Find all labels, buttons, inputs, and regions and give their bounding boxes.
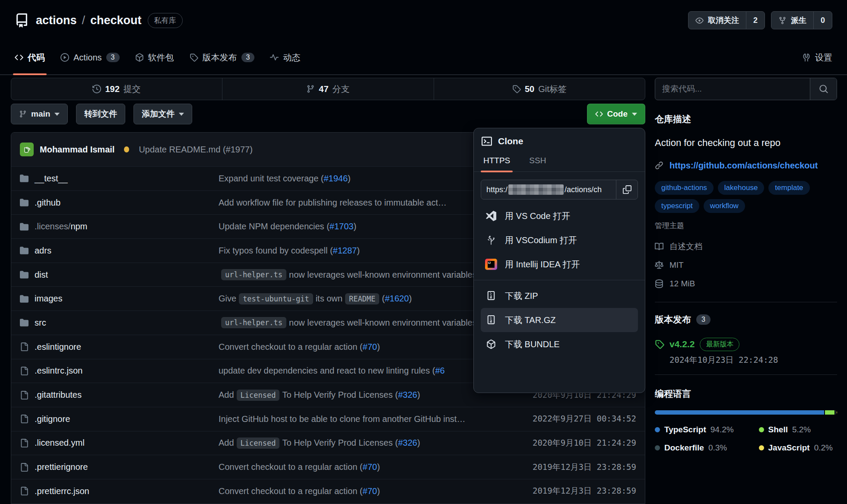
unwatch-button[interactable]: 取消关注 2 — [688, 11, 765, 29]
download-targz-item[interactable]: 下载 TAR.GZ — [481, 308, 638, 332]
table-row[interactable]: .prettierignore Convert checkout to a re… — [11, 455, 645, 479]
tab-activity-label: 动态 — [283, 52, 300, 63]
status-dot-icon[interactable] — [124, 146, 129, 152]
language-bar-segment[interactable] — [837, 410, 837, 415]
file-name[interactable]: .github — [35, 198, 60, 208]
code-dropdown-button[interactable]: Code — [587, 104, 646, 124]
file-name[interactable]: src — [35, 318, 46, 328]
topic-pill[interactable]: workflow — [704, 199, 745, 213]
pr-link[interactable]: #6 — [435, 366, 444, 376]
tags-stat[interactable]: 50 Git标签 — [434, 78, 645, 100]
tab-settings[interactable]: 设置 — [802, 41, 832, 74]
manage-topics-link[interactable]: 管理主题 — [655, 221, 684, 231]
search-input[interactable] — [655, 78, 810, 100]
about-heading: 仓库描述 — [655, 113, 837, 125]
table-row[interactable]: .prettierrc.json Convert checkout to a r… — [11, 479, 645, 503]
file-name[interactable]: __test__ — [35, 174, 68, 184]
language-name: JavaScript — [768, 443, 810, 453]
folder-icon — [20, 174, 29, 183]
tab-actions[interactable]: Actions 3 — [60, 41, 120, 74]
pr-link[interactable]: #1287 — [333, 246, 357, 256]
file-name[interactable]: .licenses/npm — [35, 222, 87, 231]
pr-link[interactable]: #70 — [363, 462, 377, 472]
file-name[interactable]: images — [35, 294, 62, 304]
repo-name-link[interactable]: checkout — [90, 14, 142, 27]
pr-link[interactable]: #1946 — [324, 174, 348, 184]
language-bar-segment[interactable] — [655, 410, 824, 415]
tab-activity[interactable]: 动态 — [270, 41, 300, 74]
branch-selector[interactable]: main — [11, 104, 68, 124]
file-name[interactable]: .gitattributes — [35, 390, 82, 400]
tab-releases[interactable]: 版本发布 3 — [190, 41, 255, 74]
release-tag[interactable]: v4.2.2 — [669, 339, 695, 349]
pr-link[interactable]: #1620 — [385, 294, 409, 304]
commit-date: 2022年9月27日 00:34:52 — [494, 413, 636, 425]
download-zip-item[interactable]: 下载 ZIP — [481, 284, 638, 308]
language-bar-segment[interactable] — [835, 410, 836, 415]
pr-link[interactable]: #70 — [363, 486, 377, 496]
folder-icon — [20, 270, 29, 279]
language-legend-item[interactable]: Dockerfile 0.3% — [655, 443, 759, 453]
language-legend-item[interactable]: JavaScript 0.2% — [759, 443, 837, 453]
open-intellij-item[interactable]: IJ 用 Intellij IDEA 打开 — [481, 252, 638, 276]
language-bar-segment[interactable] — [825, 410, 834, 415]
language-dot-icon — [759, 427, 764, 432]
forks-count[interactable]: 0 — [813, 12, 832, 29]
tab-ssh[interactable]: SSH — [529, 156, 546, 171]
table-row[interactable]: .licensed.yml Add Licensed To Help Verif… — [11, 431, 645, 455]
open-vscode-item[interactable]: 用 VS Code 打开 — [481, 204, 638, 228]
tags-label: Git标签 — [538, 83, 567, 95]
chevron-down-icon — [54, 113, 60, 116]
folder-icon — [20, 318, 29, 327]
search-button[interactable] — [810, 78, 837, 100]
tag-icon — [512, 85, 521, 93]
topic-pill[interactable]: github-actions — [655, 181, 714, 195]
topic-pill[interactable]: lakehouse — [718, 181, 765, 195]
goto-file-button[interactable]: 转到文件 — [76, 104, 125, 124]
copy-url-button[interactable] — [616, 180, 638, 199]
repo-size[interactable]: 12 MiB — [655, 275, 837, 293]
pr-link[interactable]: #1703 — [330, 222, 354, 231]
table-row[interactable]: .gitignore Inject GitHub host to be able… — [11, 407, 645, 431]
file-name[interactable]: .prettierrc.json — [35, 486, 89, 496]
latest-release-row[interactable]: v4.2.2 最新版本 — [655, 338, 837, 351]
website-link[interactable]: https://github.com/actions/checkout — [669, 161, 818, 171]
releases-section-header[interactable]: 版本发布 3 — [655, 314, 837, 326]
language-legend-item[interactable]: Shell 5.2% — [759, 425, 837, 434]
code-chip: url-helper.ts — [221, 269, 286, 280]
topic-pill[interactable]: template — [768, 181, 809, 195]
file-name[interactable]: .licensed.yml — [35, 438, 85, 448]
commit-date: 2020年9月10日 21:24:29 — [494, 437, 636, 449]
pr-link[interactable]: #326 — [398, 390, 417, 400]
clone-url-input[interactable]: https://actions/ch — [481, 180, 616, 199]
chevron-down-icon — [179, 113, 184, 116]
readme-link[interactable]: 自述文档 — [655, 238, 837, 256]
open-vscodium-item[interactable]: 用 VSCodium 打开 — [481, 228, 638, 252]
file-name[interactable]: adrs — [35, 246, 51, 256]
file-name[interactable]: .eslintrc.json — [35, 366, 82, 376]
search-icon — [819, 84, 828, 94]
file-name[interactable]: .prettierignore — [35, 462, 88, 472]
fork-button[interactable]: 派生 0 — [771, 11, 832, 29]
commit-pr-link[interactable]: #1977 — [226, 145, 250, 154]
file-name[interactable]: dist — [35, 270, 48, 280]
tab-packages[interactable]: 软件包 — [135, 41, 174, 74]
pr-link[interactable]: #326 — [398, 438, 417, 448]
commit-msg-text: ) — [377, 486, 380, 496]
file-name[interactable]: .gitignore — [35, 414, 70, 424]
watchers-count[interactable]: 2 — [746, 12, 765, 29]
avatar[interactable] — [20, 143, 34, 156]
add-file-button[interactable]: 添加文件 — [133, 104, 192, 124]
pr-link[interactable]: #70 — [363, 342, 377, 352]
commits-stat[interactable]: 192 提交 — [11, 78, 222, 100]
topic-pill[interactable]: typescript — [655, 199, 699, 213]
branches-stat[interactable]: 47 分支 — [222, 78, 433, 100]
download-bundle-item[interactable]: 下载 BUNDLE — [481, 332, 638, 356]
file-name[interactable]: .eslintignore — [35, 342, 81, 352]
license-link[interactable]: MIT — [655, 256, 837, 275]
tab-code[interactable]: 代码 — [15, 41, 45, 74]
tab-https[interactable]: HTTPS — [483, 156, 510, 171]
commit-author[interactable]: Mohammad Ismail — [40, 145, 114, 155]
repo-owner-link[interactable]: actions — [36, 14, 77, 27]
language-legend-item[interactable]: TypeScript 94.2% — [655, 425, 759, 434]
